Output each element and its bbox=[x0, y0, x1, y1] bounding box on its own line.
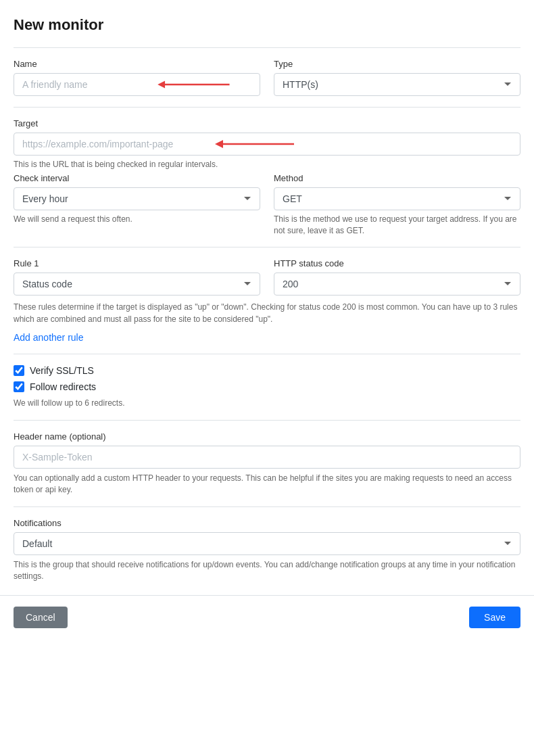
cancel-button[interactable]: Cancel bbox=[14, 607, 68, 628]
method-hint: This is the method we use to request you… bbox=[274, 214, 520, 237]
method-label: Method bbox=[274, 173, 520, 183]
notifications-hint: This is the group that should receive no… bbox=[14, 559, 520, 582]
header-divider bbox=[14, 506, 520, 507]
header-name-input[interactable] bbox=[14, 446, 520, 469]
rule1-label: Rule 1 bbox=[14, 258, 260, 268]
follow-redirects-label: Follow redirects bbox=[30, 381, 96, 392]
target-label: Target bbox=[14, 118, 520, 128]
type-label: Type bbox=[274, 59, 520, 69]
verify-ssl-checkbox[interactable] bbox=[14, 365, 24, 376]
name-label: Name bbox=[14, 59, 260, 69]
verify-ssl-label: Verify SSL/TLS bbox=[30, 365, 94, 376]
checkboxes-divider bbox=[14, 420, 520, 421]
http-status-select[interactable]: 200 201 301 302 400 404 500 bbox=[274, 273, 520, 296]
rule-divider bbox=[14, 354, 520, 354]
method-select[interactable]: GET POST PUT DELETE HEAD bbox=[274, 187, 520, 210]
rule1-select[interactable]: Status code Response body Response time bbox=[14, 273, 260, 296]
check-interval-select[interactable]: Every minute Every 5 minutes Every 15 mi… bbox=[14, 187, 260, 210]
http-status-label: HTTP status code bbox=[274, 258, 520, 268]
header-name-label: Header name (optional) bbox=[14, 431, 520, 442]
notifications-label: Notifications bbox=[14, 518, 520, 528]
target-input[interactable] bbox=[14, 133, 520, 156]
check-interval-hint: We will send a request this often. bbox=[14, 214, 260, 225]
follow-redirects-checkbox[interactable] bbox=[14, 381, 24, 392]
interval-divider bbox=[14, 247, 520, 247]
header-name-hint: You can optionally add a custom HTTP hea… bbox=[14, 473, 520, 496]
name-type-divider bbox=[14, 107, 520, 108]
follow-redirects-row: Follow redirects bbox=[14, 381, 520, 392]
name-input[interactable] bbox=[14, 73, 260, 96]
rule-description: These rules determine if the target is d… bbox=[14, 301, 520, 325]
type-select[interactable]: HTTP(s) TCP Ping DNS bbox=[274, 73, 520, 96]
verify-ssl-row: Verify SSL/TLS bbox=[14, 365, 520, 376]
notifications-select[interactable]: Default None Custom bbox=[14, 532, 520, 555]
form-footer: Cancel Save bbox=[0, 595, 534, 639]
check-interval-label: Check interval bbox=[14, 173, 260, 183]
title-divider bbox=[14, 47, 520, 48]
page-title: New monitor bbox=[14, 16, 520, 34]
follow-redirects-hint: We will follow up to 6 redirects. bbox=[14, 398, 520, 409]
target-hint: This is the URL that is being checked in… bbox=[14, 159, 520, 170]
add-another-rule-link[interactable]: Add another rule bbox=[14, 332, 84, 343]
save-button[interactable]: Save bbox=[469, 607, 520, 628]
